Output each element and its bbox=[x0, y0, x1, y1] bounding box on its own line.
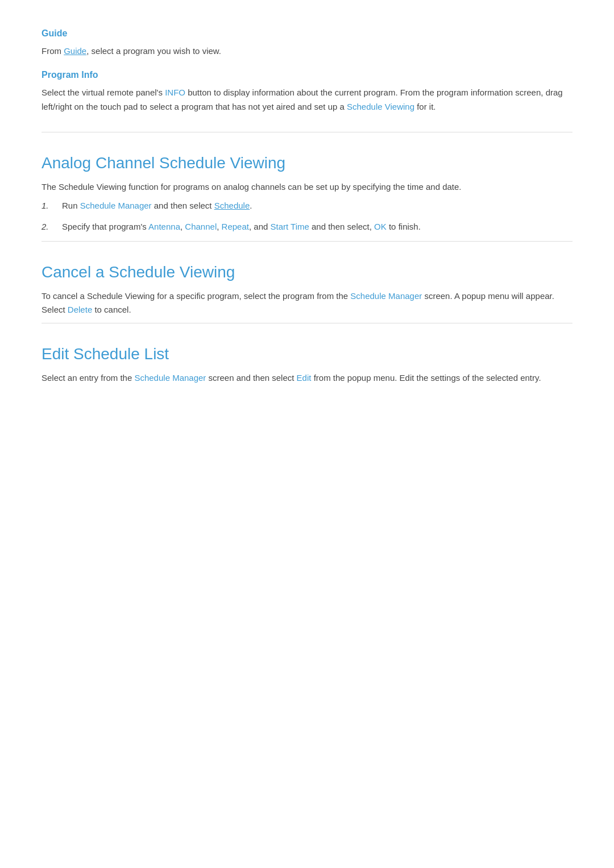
edit-schedule-section: Edit Schedule List Select an entry from … bbox=[42, 323, 572, 385]
guide-section: Guide From Guide, select a program you w… bbox=[42, 28, 572, 59]
program-info-section: Program Info Select the virtual remote p… bbox=[42, 70, 572, 114]
edit-body-prefix: Select an entry from the bbox=[42, 373, 134, 383]
analog-channel-body: The Schedule Viewing function for progra… bbox=[42, 180, 572, 194]
edit-body-middle: screen and then select bbox=[206, 373, 296, 383]
analog-channel-section: Analog Channel Schedule Viewing The Sche… bbox=[42, 132, 572, 234]
edit-schedule-body: Select an entry from the Schedule Manage… bbox=[42, 371, 572, 385]
step-1-text: Run Schedule Manager and then select Sch… bbox=[62, 199, 252, 213]
cancel-schedule-section: Cancel a Schedule Viewing To cancel a Sc… bbox=[42, 241, 572, 318]
delete-link[interactable]: Delete bbox=[68, 305, 92, 314]
guide-body-suffix: , select a program you wish to view. bbox=[86, 46, 221, 56]
edit-link[interactable]: Edit bbox=[297, 373, 312, 383]
analog-channel-heading: Analog Channel Schedule Viewing bbox=[42, 148, 572, 172]
step-2: 2. Specify that program's Antenna, Chann… bbox=[42, 220, 572, 234]
start-time-link[interactable]: Start Time bbox=[270, 222, 309, 231]
step-2-middle: , and bbox=[249, 222, 271, 231]
step-1-prefix: Run bbox=[62, 201, 80, 210]
step-1-suffix: . bbox=[250, 201, 252, 210]
page-container: Guide From Guide, select a program you w… bbox=[0, 0, 614, 437]
program-info-prefix: Select the virtual remote panel's bbox=[42, 88, 165, 97]
step-1-number: 1. bbox=[42, 199, 60, 213]
guide-body: From Guide, select a program you wish to… bbox=[42, 44, 572, 59]
step-1: 1. Run Schedule Manager and then select … bbox=[42, 199, 572, 213]
guide-link[interactable]: Guide bbox=[64, 46, 86, 56]
info-link[interactable]: INFO bbox=[165, 88, 185, 97]
program-info-suffix: for it. bbox=[414, 102, 436, 111]
analog-channel-steps: 1. Run Schedule Manager and then select … bbox=[42, 199, 572, 234]
guide-body-prefix: From bbox=[42, 46, 64, 56]
step-2-end: to finish. bbox=[387, 222, 421, 231]
edit-schedule-heading: Edit Schedule List bbox=[42, 339, 572, 363]
program-info-body: Select the virtual remote panel's INFO b… bbox=[42, 86, 572, 114]
antenna-link[interactable]: Antenna bbox=[148, 222, 180, 231]
step-2-comma2: , bbox=[217, 222, 221, 231]
schedule-manager-link-1[interactable]: Schedule Manager bbox=[80, 201, 152, 210]
guide-heading: Guide bbox=[42, 28, 572, 39]
step-2-text: Specify that program's Antenna, Channel,… bbox=[62, 220, 421, 234]
cancel-body-prefix: To cancel a Schedule Viewing for a speci… bbox=[42, 291, 350, 301]
edit-body-suffix: from the popup menu. Edit the settings o… bbox=[311, 373, 541, 383]
schedule-link[interactable]: Schedule bbox=[214, 201, 250, 210]
program-info-heading: Program Info bbox=[42, 70, 572, 80]
cancel-schedule-heading: Cancel a Schedule Viewing bbox=[42, 258, 572, 281]
repeat-link[interactable]: Repeat bbox=[222, 222, 249, 231]
step-2-prefix: Specify that program's bbox=[62, 222, 148, 231]
step-1-middle: and then select bbox=[152, 201, 214, 210]
step-2-number: 2. bbox=[42, 220, 60, 234]
step-2-suffix: and then select, bbox=[309, 222, 374, 231]
channel-link[interactable]: Channel bbox=[185, 222, 217, 231]
cancel-schedule-body: To cancel a Schedule Viewing for a speci… bbox=[42, 289, 572, 318]
schedule-manager-link-3[interactable]: Schedule Manager bbox=[134, 373, 206, 383]
ok-link[interactable]: OK bbox=[374, 222, 387, 231]
schedule-viewing-link[interactable]: Schedule Viewing bbox=[347, 102, 414, 111]
schedule-manager-link-2[interactable]: Schedule Manager bbox=[350, 291, 422, 301]
cancel-body-suffix: to cancel. bbox=[92, 305, 131, 314]
